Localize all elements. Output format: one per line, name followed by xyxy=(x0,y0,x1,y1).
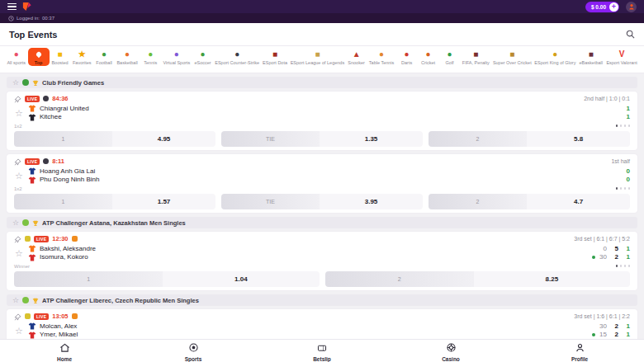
sport-filter-esport-dota[interactable]: ■ESport Dota xyxy=(261,48,290,66)
sport-filter-label: ESport King of Glory xyxy=(534,60,575,65)
nav-item-betslip[interactable]: Betslip xyxy=(258,340,386,362)
brand-logo[interactable] xyxy=(21,2,32,12)
score-value: 1 xyxy=(618,113,630,120)
user-avatar[interactable] xyxy=(626,2,637,12)
search-icon[interactable] xyxy=(626,30,635,39)
nav-item-label: Betslip xyxy=(313,356,331,362)
team-row: Hoang Anh Gia Lai0 xyxy=(28,167,630,176)
favorite-match-star-icon[interactable]: ☆ xyxy=(15,107,23,118)
esoccer-icon: ● xyxy=(201,49,206,59)
odds-button-1x2-2[interactable]: 25.8 xyxy=(429,131,630,147)
team-scores: 0 xyxy=(618,167,630,175)
sport-filter-table-tennis[interactable]: ●Table Tennis xyxy=(367,48,396,66)
balance-amount: $ 0.00 xyxy=(591,4,606,10)
balance-pill[interactable]: $ 0.00 + xyxy=(585,2,619,12)
sport-filter-label: Super Over Cricket xyxy=(493,60,532,65)
market-pager-dots[interactable] xyxy=(616,187,631,190)
pager-dot xyxy=(624,125,627,127)
sport-filter-ebasketball[interactable]: ■eBasketball xyxy=(577,48,604,66)
match-card[interactable]: LIVE8:111st half☆Hoang Anh Gia Lai0Phu D… xyxy=(7,154,637,213)
market-pager-dots[interactable] xyxy=(616,125,631,127)
match-card[interactable]: LIVE84:362nd half | 1:0 | 0:1☆Chiangrai … xyxy=(7,92,637,150)
odds-button-1x2-1[interactable]: 14.95 xyxy=(14,131,215,147)
sport-filter-virtual-sports[interactable]: ●Virtual Sports xyxy=(161,48,192,66)
sport-filter-esport-valorant[interactable]: VEsport Valorant xyxy=(604,48,639,66)
home-icon xyxy=(59,341,70,355)
team-scores: 3021 xyxy=(592,253,630,261)
sport-filter-label: eBasketball xyxy=(580,60,603,65)
sport-filter-boosted[interactable]: ■Boosted xyxy=(50,48,71,66)
cricket-icon: ● xyxy=(426,49,431,59)
sport-filter-darts[interactable]: ●Darts xyxy=(396,48,418,66)
sport-filter-tennis[interactable]: ●Tennis xyxy=(140,48,161,66)
sport-filter-fifa-penalty[interactable]: ■FIFA, Penalty xyxy=(461,48,491,66)
league-header-club-friendly-games[interactable]: ☆Club Friendly Games xyxy=(7,77,637,88)
sport-filter-label: Golf xyxy=(446,60,454,65)
sport-filter-super-over-cricket[interactable]: ■Super Over Cricket xyxy=(491,48,533,66)
odds-button-1x2-tie[interactable]: TIE3.95 xyxy=(221,194,423,209)
odds-button-winner-1[interactable]: 11.04 xyxy=(14,271,320,287)
esport-valorant-icon: V xyxy=(619,49,625,59)
favorite-league-star-icon[interactable]: ☆ xyxy=(12,297,19,304)
plus-icon[interactable]: + xyxy=(609,2,618,12)
odds-value: 4.95 xyxy=(112,131,215,147)
sport-filter-label: Football xyxy=(96,60,112,65)
league-title: ATP Challenger Astana, Kazakhstan Men Si… xyxy=(42,219,186,227)
favorite-match-star-icon[interactable]: ☆ xyxy=(15,170,23,181)
odds-row: 11.57TIE3.9524.7 xyxy=(14,194,630,209)
teams-block: ☆Hoang Anh Gia Lai0Phu Dong Ninh Binh0 xyxy=(14,167,630,184)
favorite-match-star-icon[interactable]: ☆ xyxy=(15,325,23,336)
basketball-icon: ● xyxy=(125,49,130,59)
match-meta-row: LIVE84:362nd half | 1:0 | 0:1 xyxy=(14,94,630,103)
sport-filter-label: ESport League of Legends xyxy=(291,60,344,65)
sport-filter-label: Top xyxy=(35,60,43,65)
sport-filter-football[interactable]: ●Football xyxy=(93,48,115,66)
sport-filter-label: Favorites xyxy=(73,60,92,65)
market-pager-dots[interactable] xyxy=(616,265,631,267)
sport-filter-label: Basketball xyxy=(116,60,137,65)
odds-button-1x2-1[interactable]: 11.57 xyxy=(14,194,215,209)
team-row: Isomura, Kokoro3021 xyxy=(28,253,630,262)
sport-filter-basketball[interactable]: ●Basketball xyxy=(115,48,140,66)
teams-block: ☆Chiangrai United1Kitchee1 xyxy=(14,104,630,121)
odds-button-winner-2[interactable]: 28.25 xyxy=(325,271,631,287)
hamburger-icon[interactable] xyxy=(7,3,17,11)
virtual-sports-icon: ● xyxy=(174,49,179,59)
odds-label: 2 xyxy=(429,131,527,147)
team-row: Bakshi, Aleksandre051 xyxy=(28,244,630,253)
sport-filter-cricket[interactable]: ●Cricket xyxy=(418,48,439,66)
nav-item-home[interactable]: Home xyxy=(0,340,129,362)
sport-filter-esoccer[interactable]: ●eSoccer xyxy=(192,48,214,66)
nav-item-profile[interactable]: Profile xyxy=(515,340,644,362)
highlight-badge-icon xyxy=(72,236,78,242)
sport-filter-snooker[interactable]: ▲Snooker xyxy=(346,48,367,66)
favorite-league-star-icon[interactable]: ☆ xyxy=(12,219,19,227)
league-header-atp-challenger-astana-kazakhstan-men-singles[interactable]: ☆ATP Challenger Astana, Kazakhstan Men S… xyxy=(7,217,637,228)
favorite-league-star-icon[interactable]: ☆ xyxy=(12,79,19,87)
match-meta-row: LIVE8:111st half xyxy=(14,157,630,166)
team-name: Chiangrai United xyxy=(40,105,89,112)
match-meta-row: LIVE12:303rd set | 6:1 | 6:7 | 5:2 xyxy=(14,234,630,243)
nav-item-casino[interactable]: Casino xyxy=(386,340,515,362)
sport-filter-top[interactable]: Top xyxy=(28,48,50,66)
odds-button-1x2-tie[interactable]: TIE1.35 xyxy=(221,131,423,147)
sport-filter-golf[interactable]: ●Golf xyxy=(439,48,461,66)
sport-filter-esport-league-of-legends[interactable]: ■ESport League of Legends xyxy=(289,48,345,66)
nav-item-label: Sports xyxy=(185,356,202,362)
sport-filter-esport-counter-strike[interactable]: ●ESport Counter-Strike xyxy=(214,48,261,66)
league-header-atp-challenger-liberec-czech-republic-men-singles[interactable]: ☆ATP Challenger Liberec, Czech Republic … xyxy=(7,294,637,306)
trophy-icon xyxy=(32,293,39,308)
team-row: Phu Dong Ninh Binh0 xyxy=(28,176,630,185)
odds-button-1x2-2[interactable]: 24.7 xyxy=(429,194,630,209)
match-card[interactable]: LIVE12:303rd set | 6:1 | 6:7 | 5:2☆Baksh… xyxy=(7,232,637,290)
sport-filter-all-sports[interactable]: ●All sports xyxy=(5,48,28,66)
fifa-penalty-icon: ■ xyxy=(473,49,478,59)
match-time: 84:36 xyxy=(52,95,68,102)
snooker-icon: ▲ xyxy=(353,49,361,59)
sport-filter-favorites[interactable]: ★Favorites xyxy=(71,48,94,66)
esport-counter-strike-icon: ● xyxy=(234,49,239,59)
score-value: 2 xyxy=(607,322,618,330)
nav-item-sports[interactable]: Sports xyxy=(129,340,258,362)
favorite-match-star-icon[interactable]: ☆ xyxy=(15,247,23,258)
sport-filter-esport-king-of-glory[interactable]: ●ESport King of Glory xyxy=(533,48,578,66)
